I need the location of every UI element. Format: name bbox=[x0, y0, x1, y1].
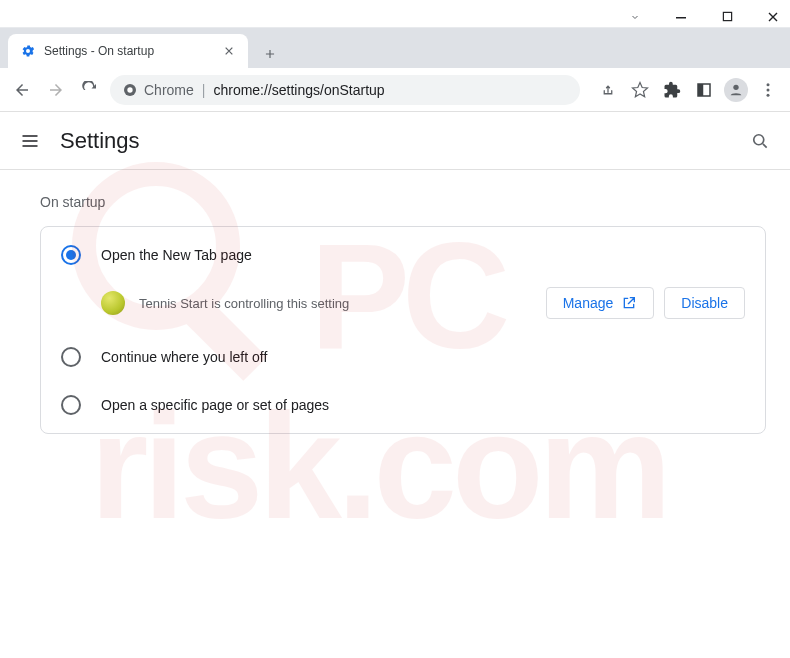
settings-content: On startup Open the New Tab page Tennis … bbox=[0, 170, 790, 434]
chrome-logo-icon bbox=[122, 82, 138, 98]
manage-button[interactable]: Manage bbox=[546, 287, 655, 319]
svg-rect-1 bbox=[723, 12, 731, 20]
tab-close-icon[interactable] bbox=[222, 44, 236, 58]
option-continue[interactable]: Continue where you left off bbox=[41, 333, 765, 381]
option-label: Continue where you left off bbox=[101, 349, 267, 365]
open-external-icon bbox=[621, 295, 637, 311]
manage-label: Manage bbox=[563, 295, 614, 311]
omnibox-separator: | bbox=[202, 82, 206, 98]
disable-label: Disable bbox=[681, 295, 728, 311]
browser-toolbar: Chrome | chrome://settings/onStartup bbox=[0, 68, 790, 112]
window-maximize-icon[interactable] bbox=[720, 10, 734, 24]
window-minimize-icon[interactable] bbox=[674, 10, 688, 24]
toolbar-right bbox=[594, 76, 782, 104]
tab-title: Settings - On startup bbox=[44, 44, 214, 58]
svg-point-7 bbox=[767, 83, 770, 86]
hamburger-menu-icon[interactable] bbox=[20, 131, 40, 151]
reload-button[interactable] bbox=[76, 76, 104, 104]
tennis-ball-icon bbox=[101, 291, 125, 315]
option-new-tab[interactable]: Open the New Tab page bbox=[41, 231, 765, 279]
address-bar[interactable]: Chrome | chrome://settings/onStartup bbox=[110, 75, 580, 105]
share-icon[interactable] bbox=[594, 76, 622, 104]
settings-header: Settings bbox=[0, 112, 790, 170]
avatar-icon bbox=[724, 78, 748, 102]
controlled-text: Tennis Start is controlling this setting bbox=[139, 296, 349, 311]
svg-rect-0 bbox=[676, 17, 686, 19]
kebab-menu-icon[interactable] bbox=[754, 76, 782, 104]
browser-tab[interactable]: Settings - On startup bbox=[8, 34, 248, 68]
tab-strip: Settings - On startup bbox=[0, 28, 790, 68]
url-text: chrome://settings/onStartup bbox=[213, 82, 384, 98]
search-icon[interactable] bbox=[750, 131, 770, 151]
svg-point-6 bbox=[733, 84, 738, 89]
new-tab-button[interactable] bbox=[256, 40, 284, 68]
option-specific-pages[interactable]: Open a specific page or set of pages bbox=[41, 381, 765, 429]
reading-list-icon[interactable] bbox=[690, 76, 718, 104]
option-label: Open a specific page or set of pages bbox=[101, 397, 329, 413]
svg-point-10 bbox=[754, 134, 764, 144]
window-tab-dropdown-icon[interactable] bbox=[628, 10, 642, 24]
site-chip[interactable]: Chrome bbox=[122, 82, 194, 98]
page-title: Settings bbox=[60, 128, 140, 154]
disable-button[interactable]: Disable bbox=[664, 287, 745, 319]
radio-selected-icon bbox=[61, 245, 81, 265]
profile-avatar[interactable] bbox=[722, 76, 750, 104]
radio-unselected-icon bbox=[61, 395, 81, 415]
settings-gear-icon bbox=[20, 43, 36, 59]
svg-rect-5 bbox=[698, 84, 703, 96]
forward-button[interactable] bbox=[42, 76, 70, 104]
startup-options-card: Open the New Tab page Tennis Start is co… bbox=[40, 226, 766, 434]
back-button[interactable] bbox=[8, 76, 36, 104]
window-controls bbox=[0, 0, 790, 28]
extension-controlled-notice: Tennis Start is controlling this setting… bbox=[41, 279, 765, 333]
svg-point-3 bbox=[127, 87, 132, 92]
section-title: On startup bbox=[40, 194, 766, 210]
option-label: Open the New Tab page bbox=[101, 247, 252, 263]
bookmark-star-icon[interactable] bbox=[626, 76, 654, 104]
svg-point-8 bbox=[767, 88, 770, 91]
window-close-icon[interactable] bbox=[766, 10, 780, 24]
origin-label: Chrome bbox=[144, 82, 194, 98]
svg-point-9 bbox=[767, 93, 770, 96]
extensions-puzzle-icon[interactable] bbox=[658, 76, 686, 104]
radio-unselected-icon bbox=[61, 347, 81, 367]
